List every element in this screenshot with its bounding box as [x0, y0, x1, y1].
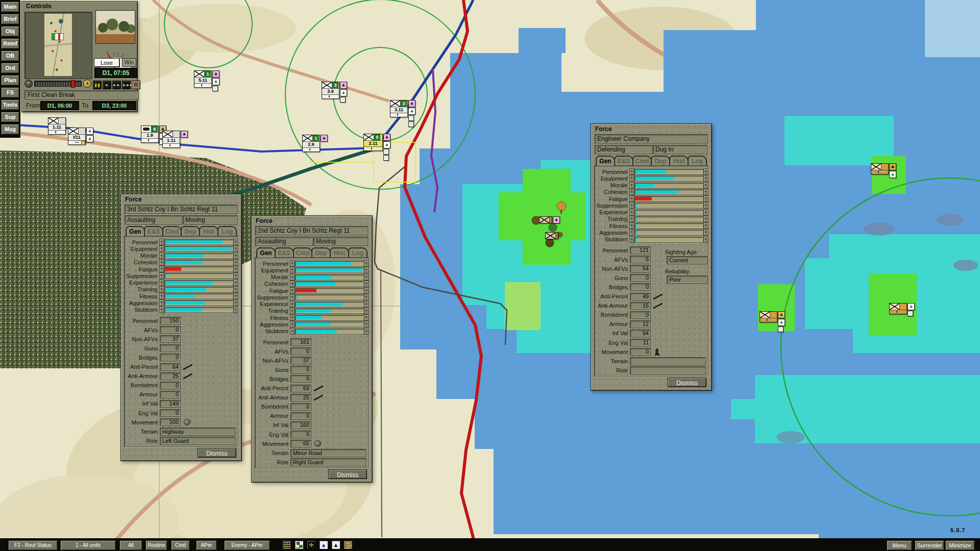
fastest-forward-icon[interactable]: ►►►: [122, 81, 131, 89]
bar-spinner-left[interactable]: [159, 286, 164, 293]
unit-counter-core[interactable]: [545, 232, 558, 239]
unit-counter-2-9[interactable]: 12.9▲: [302, 135, 328, 152]
bar-spinner-right[interactable]: [703, 195, 708, 202]
green-up-icon[interactable]: ▲: [408, 108, 415, 115]
pink-up-icon[interactable]: ▲: [553, 216, 560, 223]
unit-counter-i-11[interactable]: I/11•••▲▲: [68, 128, 93, 145]
unit-counter-core[interactable]: 12.9: [302, 135, 320, 152]
orders-list-icon[interactable]: [344, 540, 353, 549]
bar-spinner-left[interactable]: [290, 314, 295, 321]
bar-spinner-left[interactable]: [290, 321, 295, 328]
tab-hist[interactable]: Hist: [199, 226, 218, 236]
bar-spinner-right[interactable]: [233, 253, 238, 259]
bar-spinner-right[interactable]: [364, 321, 369, 328]
bar-spinner-left[interactable]: [290, 274, 295, 281]
bar-spinner-right[interactable]: [364, 294, 369, 300]
sub-status-chip[interactable]: ▫: [408, 115, 414, 121]
tab-e-s[interactable]: E&S: [614, 156, 633, 166]
bar-spinner-right[interactable]: [233, 266, 238, 272]
zoom-slider-handle[interactable]: [71, 80, 75, 88]
unit-counter[interactable]: ▲▲: [871, 163, 896, 178]
bar-spinner-right[interactable]: [703, 175, 708, 182]
bar-spinner-right[interactable]: [233, 293, 238, 299]
sidebar-item-sup[interactable]: Sup: [1, 112, 19, 122]
tab-gen[interactable]: Gen: [596, 156, 615, 166]
bar-spinner-right[interactable]: [233, 286, 238, 293]
toolbar-button-aper[interactable]: APer: [196, 540, 217, 550]
bar-spinner-right[interactable]: [233, 299, 238, 306]
tab-log[interactable]: Log: [348, 247, 368, 258]
bar-spinner-left[interactable]: [290, 308, 295, 314]
scenario-name-field[interactable]: First Clean Break: [24, 90, 139, 99]
dark-up-icon[interactable]: ▲: [889, 163, 896, 170]
zoom-out-icon[interactable]: –: [24, 80, 33, 88]
tab-log[interactable]: Log: [217, 226, 237, 236]
amber-up-icon[interactable]: ▲: [778, 311, 785, 318]
bar-spinner-right[interactable]: [233, 259, 238, 266]
sidebar-item-tools[interactable]: Tools: [1, 99, 19, 110]
unit-counter-core[interactable]: 33.11: [390, 100, 408, 117]
bar-spinner-right[interactable]: [233, 239, 238, 245]
toolbar-button-enemy-aper[interactable]: Enemy - APer: [224, 540, 270, 550]
dismiss-button[interactable]: Dismiss: [198, 448, 236, 458]
unit-counter[interactable]: ▲▫: [889, 303, 915, 316]
bar-spinner-left[interactable]: [629, 229, 634, 236]
bar-spinner-right[interactable]: [364, 308, 369, 314]
tab-e-s[interactable]: E&S: [144, 226, 163, 236]
bar-spinner-left[interactable]: [629, 168, 634, 175]
sidebar-item-brief[interactable]: Brief: [1, 14, 19, 24]
bar-spinner-left[interactable]: [290, 328, 295, 335]
lose-button[interactable]: Lose: [94, 58, 119, 67]
bar-spinner-right[interactable]: [703, 168, 708, 175]
unit-counter-core[interactable]: [760, 311, 777, 322]
bar-spinner-right[interactable]: [233, 280, 238, 286]
tab-hist[interactable]: Hist: [330, 247, 349, 258]
replay-button[interactable]: R: [132, 81, 140, 89]
bar-spinner-right[interactable]: [364, 267, 369, 273]
unit-counter-core[interactable]: [539, 216, 552, 223]
tab-log[interactable]: Log: [688, 156, 707, 166]
bar-spinner-right[interactable]: [364, 281, 369, 287]
tab-dep[interactable]: Dep: [651, 156, 670, 166]
tab-cmd[interactable]: Cmd: [162, 226, 182, 236]
bar-spinner-left[interactable]: [629, 189, 634, 195]
bar-spinner-left[interactable]: [159, 245, 164, 252]
green-up-icon[interactable]: ▲: [212, 78, 219, 85]
white-up-icon[interactable]: ▲: [86, 128, 93, 135]
sub-status-chip[interactable]: ▫: [212, 86, 218, 91]
toolbar-button-f2-rout-status[interactable]: F2 - Rout Status: [8, 540, 58, 550]
bar-spinner-left[interactable]: [159, 259, 164, 266]
bar-spinner-right[interactable]: [233, 245, 238, 252]
sidebar-item-ord[interactable]: Ord: [1, 63, 19, 73]
pink-up-icon[interactable]: ▲: [408, 100, 415, 107]
grid-icon[interactable]: [282, 540, 291, 549]
bar-spinner-left[interactable]: [159, 280, 164, 286]
bar-spinner-right[interactable]: [364, 314, 369, 321]
tab-gen[interactable]: Gen: [256, 247, 276, 258]
bar-spinner-left[interactable]: [629, 202, 634, 209]
tab-e-s[interactable]: E&S: [275, 247, 294, 258]
dismiss-button[interactable]: Dismiss: [328, 469, 367, 479]
unit-counter-1-11[interactable]: 1.11: [48, 117, 66, 135]
bar-spinner-right[interactable]: [233, 272, 238, 279]
bar-spinner-left[interactable]: [290, 294, 295, 300]
bar-spinner-left[interactable]: [629, 209, 634, 216]
toolbar-button-menu[interactable]: Menu: [887, 540, 912, 550]
dismiss-button[interactable]: Dismiss: [668, 378, 706, 387]
unit-counter[interactable]: [545, 232, 558, 239]
unit-counter-core[interactable]: [871, 163, 889, 174]
bar-spinner-left[interactable]: [629, 222, 634, 229]
toolbar-button-cmd[interactable]: Cmd: [171, 540, 190, 550]
win-button[interactable]: Win: [122, 58, 136, 67]
bar-spinner-right[interactable]: [703, 229, 708, 236]
bar-spinner-left[interactable]: [629, 182, 634, 189]
minimap[interactable]: [24, 12, 92, 79]
unit-counter-3-11[interactable]: 33.11▲▲▫▫: [390, 100, 415, 127]
unit-counter-core[interactable]: 1.11: [162, 131, 180, 148]
bar-spinner-right[interactable]: [703, 202, 708, 209]
bar-spinner-left[interactable]: [159, 253, 164, 259]
map-zoom-slider[interactable]: [34, 81, 82, 87]
bar-spinner-left[interactable]: [629, 195, 634, 202]
tab-gen[interactable]: Gen: [126, 226, 145, 236]
sub-status-chip[interactable]: ▫: [340, 97, 346, 103]
